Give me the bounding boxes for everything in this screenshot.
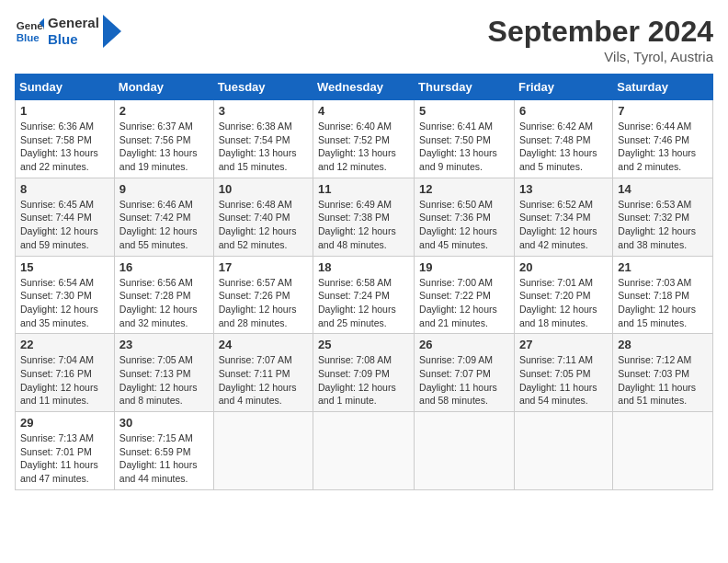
day-info: Sunrise: 7:01 AM Sunset: 7:20 PM Dayligh… xyxy=(519,276,608,330)
svg-marker-3 xyxy=(103,15,121,48)
calendar-cell: 16Sunrise: 6:56 AM Sunset: 7:28 PM Dayli… xyxy=(114,256,213,334)
day-number: 6 xyxy=(519,104,608,118)
logo-arrow-icon xyxy=(103,15,121,48)
calendar-cell xyxy=(313,412,415,490)
calendar-cell: 27Sunrise: 7:11 AM Sunset: 7:05 PM Dayli… xyxy=(514,334,612,412)
day-number: 13 xyxy=(519,182,608,196)
logo-icon: General Blue xyxy=(15,17,44,46)
day-number: 14 xyxy=(618,182,708,196)
calendar-cell: 20Sunrise: 7:01 AM Sunset: 7:20 PM Dayli… xyxy=(514,256,612,334)
day-info: Sunrise: 6:41 AM Sunset: 7:50 PM Dayligh… xyxy=(419,120,509,174)
day-info: Sunrise: 6:42 AM Sunset: 7:48 PM Dayligh… xyxy=(519,120,608,174)
calendar-cell: 21Sunrise: 7:03 AM Sunset: 7:18 PM Dayli… xyxy=(613,256,713,334)
title-block: September 2024 Vils, Tyrol, Austria xyxy=(488,15,713,64)
day-info: Sunrise: 7:08 AM Sunset: 7:09 PM Dayligh… xyxy=(318,353,409,408)
day-info: Sunrise: 6:45 AM Sunset: 7:44 PM Dayligh… xyxy=(20,198,109,252)
page-header: General Blue General Blue September 2024… xyxy=(15,15,713,64)
calendar-cell xyxy=(514,412,612,490)
calendar-week-row: 29Sunrise: 7:13 AM Sunset: 7:01 PM Dayli… xyxy=(16,412,713,490)
calendar-week-row: 1Sunrise: 6:36 AM Sunset: 7:58 PM Daylig… xyxy=(16,100,713,178)
day-info: Sunrise: 6:52 AM Sunset: 7:34 PM Dayligh… xyxy=(519,198,608,252)
calendar-cell: 13Sunrise: 6:52 AM Sunset: 7:34 PM Dayli… xyxy=(514,178,612,256)
day-info: Sunrise: 6:56 AM Sunset: 7:28 PM Dayligh… xyxy=(119,276,209,330)
weekday-header-friday: Friday xyxy=(514,75,612,100)
calendar-cell: 5Sunrise: 6:41 AM Sunset: 7:50 PM Daylig… xyxy=(415,100,515,178)
day-number: 25 xyxy=(318,338,409,351)
day-info: Sunrise: 6:57 AM Sunset: 7:26 PM Dayligh… xyxy=(219,276,308,330)
month-year-title: September 2024 xyxy=(488,15,713,49)
day-info: Sunrise: 6:49 AM Sunset: 7:38 PM Dayligh… xyxy=(318,198,409,252)
calendar-cell: 4Sunrise: 6:40 AM Sunset: 7:52 PM Daylig… xyxy=(313,100,415,178)
day-info: Sunrise: 6:37 AM Sunset: 7:56 PM Dayligh… xyxy=(119,120,209,174)
calendar-header: SundayMondayTuesdayWednesdayThursdayFrid… xyxy=(16,75,713,100)
calendar-cell: 8Sunrise: 6:45 AM Sunset: 7:44 PM Daylig… xyxy=(16,178,115,256)
day-info: Sunrise: 7:04 AM Sunset: 7:16 PM Dayligh… xyxy=(20,353,109,408)
calendar-cell: 17Sunrise: 6:57 AM Sunset: 7:26 PM Dayli… xyxy=(213,256,313,334)
svg-text:Blue: Blue xyxy=(17,32,40,43)
day-info: Sunrise: 6:36 AM Sunset: 7:58 PM Dayligh… xyxy=(20,120,109,174)
day-info: Sunrise: 7:12 AM Sunset: 7:03 PM Dayligh… xyxy=(618,353,708,408)
day-info: Sunrise: 7:13 AM Sunset: 7:01 PM Dayligh… xyxy=(20,431,109,486)
day-info: Sunrise: 7:05 AM Sunset: 7:13 PM Dayligh… xyxy=(119,353,209,408)
day-info: Sunrise: 6:48 AM Sunset: 7:40 PM Dayligh… xyxy=(219,198,308,252)
day-info: Sunrise: 6:58 AM Sunset: 7:24 PM Dayligh… xyxy=(318,276,409,330)
day-number: 8 xyxy=(20,182,109,196)
day-number: 5 xyxy=(419,104,509,118)
calendar-cell xyxy=(213,412,313,490)
day-number: 15 xyxy=(20,260,109,274)
day-number: 27 xyxy=(519,338,608,351)
calendar-cell xyxy=(613,412,713,490)
calendar-cell: 26Sunrise: 7:09 AM Sunset: 7:07 PM Dayli… xyxy=(415,334,515,412)
calendar-cell: 7Sunrise: 6:44 AM Sunset: 7:46 PM Daylig… xyxy=(613,100,713,178)
day-info: Sunrise: 6:50 AM Sunset: 7:36 PM Dayligh… xyxy=(419,198,509,252)
calendar-cell: 6Sunrise: 6:42 AM Sunset: 7:48 PM Daylig… xyxy=(514,100,612,178)
calendar-cell: 18Sunrise: 6:58 AM Sunset: 7:24 PM Dayli… xyxy=(313,256,415,334)
calendar-cell: 28Sunrise: 7:12 AM Sunset: 7:03 PM Dayli… xyxy=(613,334,713,412)
day-number: 11 xyxy=(318,182,409,196)
calendar-cell: 10Sunrise: 6:48 AM Sunset: 7:40 PM Dayli… xyxy=(213,178,313,256)
calendar-cell: 12Sunrise: 6:50 AM Sunset: 7:36 PM Dayli… xyxy=(415,178,515,256)
day-number: 24 xyxy=(219,338,308,351)
day-number: 19 xyxy=(419,260,509,274)
day-info: Sunrise: 6:44 AM Sunset: 7:46 PM Dayligh… xyxy=(618,120,708,174)
day-info: Sunrise: 7:03 AM Sunset: 7:18 PM Dayligh… xyxy=(618,276,708,330)
calendar-cell: 23Sunrise: 7:05 AM Sunset: 7:13 PM Dayli… xyxy=(114,334,213,412)
logo: General Blue General Blue xyxy=(15,15,121,48)
weekday-header-wednesday: Wednesday xyxy=(313,75,415,100)
weekday-header-row: SundayMondayTuesdayWednesdayThursdayFrid… xyxy=(16,75,713,100)
day-number: 12 xyxy=(419,182,509,196)
calendar-cell: 2Sunrise: 6:37 AM Sunset: 7:56 PM Daylig… xyxy=(114,100,213,178)
day-number: 22 xyxy=(20,338,109,351)
day-info: Sunrise: 7:07 AM Sunset: 7:11 PM Dayligh… xyxy=(219,353,308,408)
calendar-cell: 15Sunrise: 6:54 AM Sunset: 7:30 PM Dayli… xyxy=(16,256,115,334)
day-number: 3 xyxy=(219,104,308,118)
calendar-week-row: 15Sunrise: 6:54 AM Sunset: 7:30 PM Dayli… xyxy=(16,256,713,334)
calendar-week-row: 8Sunrise: 6:45 AM Sunset: 7:44 PM Daylig… xyxy=(16,178,713,256)
day-number: 7 xyxy=(618,104,708,118)
day-number: 1 xyxy=(20,104,109,118)
day-number: 20 xyxy=(519,260,608,274)
day-info: Sunrise: 6:38 AM Sunset: 7:54 PM Dayligh… xyxy=(219,120,308,174)
calendar-cell: 19Sunrise: 7:00 AM Sunset: 7:22 PM Dayli… xyxy=(415,256,515,334)
calendar-week-row: 22Sunrise: 7:04 AM Sunset: 7:16 PM Dayli… xyxy=(16,334,713,412)
calendar-cell xyxy=(415,412,515,490)
calendar-cell: 29Sunrise: 7:13 AM Sunset: 7:01 PM Dayli… xyxy=(16,412,115,490)
day-info: Sunrise: 6:40 AM Sunset: 7:52 PM Dayligh… xyxy=(318,120,409,174)
day-number: 30 xyxy=(119,416,209,430)
weekday-header-thursday: Thursday xyxy=(415,75,515,100)
day-info: Sunrise: 7:09 AM Sunset: 7:07 PM Dayligh… xyxy=(419,353,509,408)
day-info: Sunrise: 6:53 AM Sunset: 7:32 PM Dayligh… xyxy=(618,198,708,252)
day-number: 21 xyxy=(618,260,708,274)
calendar-cell: 3Sunrise: 6:38 AM Sunset: 7:54 PM Daylig… xyxy=(213,100,313,178)
calendar-cell: 22Sunrise: 7:04 AM Sunset: 7:16 PM Dayli… xyxy=(16,334,115,412)
day-number: 17 xyxy=(219,260,308,274)
day-number: 29 xyxy=(20,416,109,430)
day-number: 16 xyxy=(119,260,209,274)
day-number: 9 xyxy=(119,182,209,196)
calendar-cell: 1Sunrise: 6:36 AM Sunset: 7:58 PM Daylig… xyxy=(16,100,115,178)
day-number: 18 xyxy=(318,260,409,274)
calendar-cell: 25Sunrise: 7:08 AM Sunset: 7:09 PM Dayli… xyxy=(313,334,415,412)
svg-text:General: General xyxy=(17,20,44,31)
day-info: Sunrise: 6:46 AM Sunset: 7:42 PM Dayligh… xyxy=(119,198,209,252)
weekday-header-saturday: Saturday xyxy=(613,75,713,100)
